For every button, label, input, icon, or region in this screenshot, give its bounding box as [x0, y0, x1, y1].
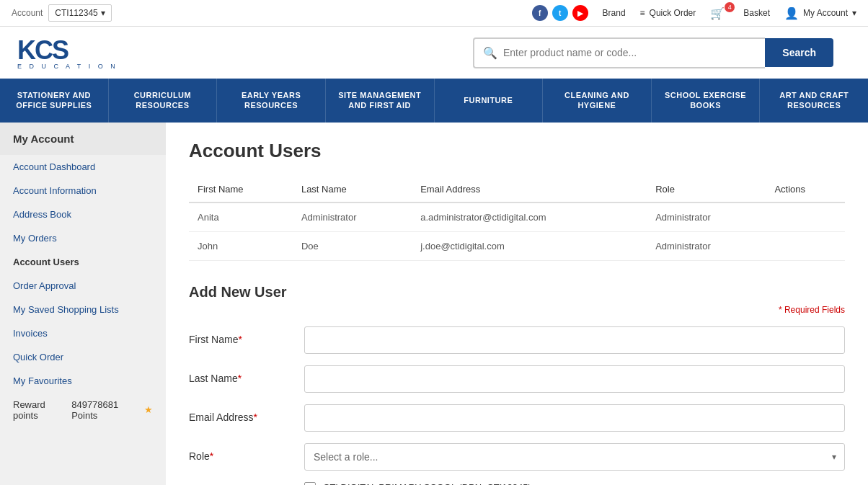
sidebar-title: My Account: [0, 123, 166, 155]
sidebar-item-orders[interactable]: My Orders: [0, 226, 166, 250]
users-table: First Name Last Name Email Address Role …: [189, 177, 845, 261]
sidebar-item-invoices[interactable]: Invoices: [0, 321, 166, 345]
nav-item-site-management[interactable]: SITE MANAGEMENT AND FIRST AID: [326, 79, 435, 123]
account-checkbox-1[interactable]: [304, 482, 316, 485]
required-star: *: [253, 411, 257, 423]
logo-text: KCS: [17, 35, 118, 66]
cell-actions: [766, 231, 845, 260]
basket-icon: 🛒: [710, 6, 725, 20]
role-select-wrap: Select a role... ▾: [304, 443, 845, 471]
required-star: *: [238, 334, 242, 345]
cell-role: Administrator: [647, 203, 766, 232]
sidebar-reward-points: Reward points 849778681 Points ★: [0, 393, 166, 427]
sidebar-item-saved-lists[interactable]: My Saved Shopping Lists: [0, 298, 166, 321]
cell-email: j.doe@ctidigital.com: [412, 231, 647, 260]
nav-item-stationery[interactable]: STATIONERY AND OFFICE SUPPLIES: [0, 79, 109, 123]
twitter-icon[interactable]: t: [552, 5, 568, 21]
social-icons: f t ▶: [532, 5, 588, 21]
account-label-1: CTI DIGITAL PRIMARY SCOOL (DPN: CTI12345…: [323, 482, 531, 485]
account-label: Account: [12, 8, 43, 18]
site-header: KCS E D U C A T I O N 🔍 Search: [0, 27, 868, 79]
my-account-nav-item[interactable]: 👤 My Account ▾: [784, 6, 856, 20]
search-icon: 🔍: [483, 46, 497, 60]
col-last-name: Last Name: [293, 177, 412, 203]
main-content: Account Users First Name Last Name Email…: [166, 123, 868, 485]
basket-count: 4: [725, 2, 735, 12]
col-actions: Actions: [766, 177, 845, 203]
cell-last-name: Doe: [293, 231, 412, 260]
sidebar-item-account-users: Account Users: [0, 250, 166, 274]
role-select[interactable]: Select a role...: [304, 443, 845, 471]
col-role: Role: [647, 177, 766, 203]
brand-nav-item[interactable]: Brand: [603, 8, 626, 18]
nav-item-cleaning[interactable]: CLEANING AND HYGIENE: [543, 79, 652, 123]
add-user-section-title: Add New User: [189, 284, 845, 301]
search-input-wrap: 🔍: [473, 37, 765, 68]
first-name-label: First Name*: [189, 326, 304, 345]
last-name-input[interactable]: [304, 365, 845, 393]
role-row: Role* Select a role... ▾: [189, 443, 845, 471]
quick-order-nav-item[interactable]: ≡ Quick Order: [640, 8, 696, 18]
nav-item-early-years[interactable]: EARLY YEARS RESOURCES: [217, 79, 326, 123]
account-selector[interactable]: CTI112345 ▾: [48, 4, 111, 22]
quick-order-label: Quick Order: [650, 8, 696, 18]
search-input[interactable]: [503, 47, 756, 58]
youtube-icon[interactable]: ▶: [572, 5, 588, 21]
search-bar: 🔍 Search: [473, 37, 833, 68]
first-name-row: First Name*: [189, 326, 845, 354]
cell-last-name: Administrator: [293, 203, 412, 232]
user-icon: 👤: [784, 6, 799, 20]
sidebar-item-account-info[interactable]: Account Information: [0, 179, 166, 203]
my-account-chevron-icon: ▾: [852, 8, 856, 18]
cell-actions: [766, 203, 845, 232]
page-content: My Account Account Dashboard Account Inf…: [0, 123, 868, 485]
role-label: Role*: [189, 443, 304, 462]
table-row: Anita Administrator a.administrator@ctid…: [189, 203, 845, 232]
reward-label: Reward points: [13, 399, 67, 421]
brand-label: Brand: [603, 8, 626, 18]
last-name-label: Last Name*: [189, 365, 304, 384]
logo[interactable]: KCS E D U C A T I O N: [17, 35, 118, 70]
top-bar-right: f t ▶ Brand ≡ Quick Order 🛒 4 Basket 👤 M…: [532, 5, 856, 21]
cell-first-name: Anita: [189, 203, 293, 232]
top-bar-left: Account CTI112345 ▾: [12, 4, 112, 22]
reward-points-value: 849778681 Points: [71, 399, 140, 421]
facebook-icon[interactable]: f: [532, 5, 548, 21]
basket-label: Basket: [743, 8, 770, 18]
nav-item-art-craft[interactable]: ART AND CRAFT RESOURCES: [760, 79, 868, 123]
first-name-input[interactable]: [304, 326, 845, 354]
accounts-section: CTI DIGITAL PRIMARY SCOOL (DPN: CTI12345…: [304, 482, 531, 485]
email-input[interactable]: [304, 404, 845, 432]
basket-nav-item[interactable]: 🛒 4 Basket: [710, 6, 770, 20]
required-star: *: [238, 373, 242, 384]
nav-item-curriculum[interactable]: CURRICULUM RESOURCES: [109, 79, 218, 123]
sidebar-item-address-book[interactable]: Address Book: [0, 203, 166, 226]
search-button[interactable]: Search: [765, 38, 833, 67]
logo-subtext: E D U C A T I O N: [17, 63, 118, 70]
sidebar-item-favourites[interactable]: My Favourites: [0, 369, 166, 393]
account-value: CTI112345: [55, 8, 97, 18]
sidebar-item-quick-order[interactable]: Quick Order: [0, 345, 166, 369]
account-checkbox-row-1: CTI DIGITAL PRIMARY SCOOL (DPN: CTI12345…: [304, 482, 531, 485]
top-bar: Account CTI112345 ▾ f t ▶ Brand ≡ Quick …: [0, 0, 868, 27]
col-first-name: First Name: [189, 177, 293, 203]
required-star: *: [210, 450, 213, 462]
sidebar-item-order-approval[interactable]: Order Approval: [0, 274, 166, 298]
col-email: Email Address: [412, 177, 647, 203]
list-icon: ≡: [640, 8, 645, 18]
cell-first-name: John: [189, 231, 293, 260]
accounts-row: Account(S) CTI DIGITAL PRIMARY SCOOL (DP…: [189, 482, 845, 485]
accounts-label: Account(S): [189, 482, 304, 485]
email-row: Email Address*: [189, 404, 845, 432]
nav-item-exercise-books[interactable]: SCHOOL EXERCISE BOOKS: [652, 79, 761, 123]
nav-item-furniture[interactable]: FURNITURE: [435, 79, 544, 123]
my-account-label: My Account: [803, 8, 848, 18]
reward-star-icon: ★: [144, 404, 153, 415]
main-nav: STATIONERY AND OFFICE SUPPLIES CURRICULU…: [0, 79, 868, 123]
sidebar-item-dashboard[interactable]: Account Dashboard: [0, 155, 166, 179]
page-title: Account Users: [189, 140, 845, 162]
required-fields-note: * Required Fields: [189, 305, 845, 315]
sidebar: My Account Account Dashboard Account Inf…: [0, 123, 166, 485]
table-row: John Doe j.doe@ctidigital.com Administra…: [189, 231, 845, 260]
account-chevron-icon: ▾: [101, 8, 105, 18]
